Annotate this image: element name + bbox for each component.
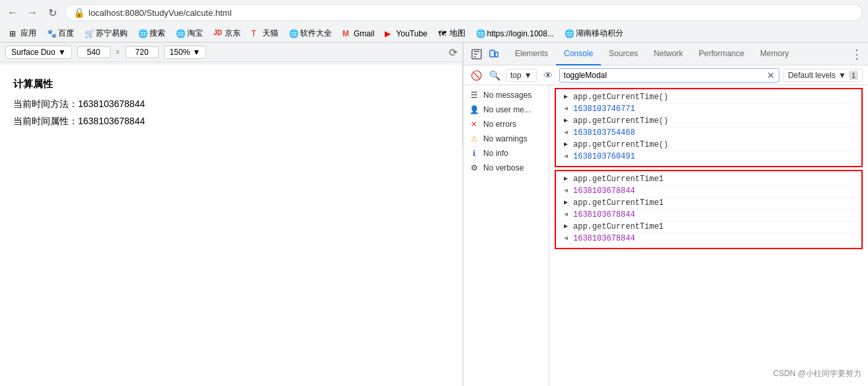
devtools-tab-bar: Elements Console Sources Network Perform… — [463, 43, 868, 65]
devtools-more-icon[interactable]: ⋮ — [851, 47, 863, 61]
bookmark-maps[interactable]: 🗺 地图 — [434, 26, 469, 40]
expand-arrow-icon[interactable]: ▶ — [564, 140, 573, 148]
filter-messages[interactable]: ☰ No messages — [463, 88, 549, 102]
collapse-arrow-icon[interactable]: ◀ — [564, 186, 573, 194]
baidu-icon: 🐾 — [47, 29, 56, 38]
apps-icon: ⊞ — [9, 29, 19, 38]
rotate-icon[interactable]: ⟳ — [449, 46, 457, 59]
filter-warnings[interactable]: ⚠ No warnings — [463, 132, 549, 146]
tab-performance[interactable]: Performance — [691, 43, 752, 65]
device-toggle-icon[interactable] — [486, 46, 502, 62]
tab-sources[interactable]: Sources — [601, 43, 646, 65]
log-entry[interactable]: ◀ 1638103754468 — [559, 128, 859, 139]
viewport-height[interactable] — [126, 46, 159, 58]
reload-button[interactable]: ↻ — [45, 5, 59, 20]
bookmark-1008[interactable]: 🌐 https://login.1008... — [472, 28, 558, 40]
bookmark-jd[interactable]: JD 京东 — [210, 26, 245, 40]
filter-verbose-label: No verbose — [483, 163, 524, 173]
attr-label: 当前时间属性： — [13, 116, 78, 126]
jd-icon: JD — [214, 29, 223, 38]
console-search-input[interactable] — [564, 71, 764, 80]
forward-button[interactable]: → — [25, 5, 40, 20]
console-filter-button[interactable]: 🔍 — [487, 68, 502, 83]
eye-icon-button[interactable]: 👁 — [541, 68, 555, 83]
tab-elements[interactable]: Elements — [507, 43, 556, 65]
filter-info[interactable]: ℹ No info — [463, 146, 549, 161]
collapse-arrow-icon[interactable]: ◀ — [564, 152, 573, 160]
bookmark-youtube[interactable]: ▶ YouTube — [381, 28, 431, 40]
expand-arrow-icon[interactable]: ▶ — [564, 116, 573, 124]
gmail-icon: M — [342, 29, 352, 38]
collapse-arrow-icon[interactable]: ◀ — [564, 210, 573, 218]
collapse-arrow-icon[interactable]: ◀ — [564, 104, 573, 112]
bookmark-taobao[interactable]: 🌐 淘宝 — [172, 26, 207, 40]
page-title: 计算属性 — [13, 78, 449, 91]
bookmark-tmall[interactable]: T 天猫 — [247, 26, 282, 40]
tmall-icon: T — [251, 29, 260, 38]
log-entry[interactable]: ◀ 1638103678844 — [559, 233, 859, 245]
log-entry[interactable]: ▶ app.getCurrentTime1 — [559, 198, 859, 210]
expand-arrow-icon[interactable]: ▶ — [564, 174, 573, 182]
log-value: 1638103754468 — [573, 128, 853, 137]
bookmark-apps[interactable]: ⊞ 应用 — [5, 26, 40, 40]
tab-console[interactable]: Console — [556, 43, 601, 65]
context-selector[interactable]: top ▼ — [506, 69, 537, 82]
filter-user[interactable]: 👤 No user me... — [463, 102, 549, 117]
filter-errors[interactable]: ✕ No errors — [463, 117, 549, 132]
red-box-1: ▶ app.getCurrentTime() ◀ 1638103746771 ▶… — [555, 88, 863, 167]
expand-arrow-icon[interactable]: ▶ — [564, 198, 573, 206]
bookmark-baidu[interactable]: 🐾 百度 — [43, 26, 78, 40]
log-entry[interactable]: ▶ app.getCurrentTime() — [559, 92, 859, 104]
bookmark-gmail[interactable]: M Gmail — [338, 28, 378, 40]
console-search-box[interactable]: ✕ — [559, 68, 779, 83]
log-entry[interactable]: ◀ 1638103760491 — [559, 151, 859, 163]
tab-memory[interactable]: Memory — [752, 43, 797, 65]
collapse-arrow-icon[interactable]: ◀ — [564, 234, 573, 242]
messages-icon: ☰ — [469, 90, 479, 100]
log-entry[interactable]: ▶ app.getCurrentTime1 — [559, 174, 859, 186]
log-entry[interactable]: ◀ 1638103678844 — [559, 186, 859, 198]
svg-rect-1 — [490, 50, 494, 57]
log-level-selector[interactable]: Default levels ▼ 1 — [783, 69, 863, 82]
log-entry[interactable]: ◀ 1638103746771 — [559, 104, 859, 116]
viewport-width[interactable] — [77, 46, 110, 58]
main-area: Surface Duo ▼ × 150% ▼ ⟳ 计算属性 当前时间方法：163… — [0, 43, 868, 386]
bookmark-search[interactable]: 🌐 搜索 — [134, 26, 169, 40]
address-bar[interactable]: 🔒 localhost:8080/StudyVue/calcute.html — [65, 4, 863, 21]
expand-arrow-icon[interactable]: ▶ — [564, 222, 573, 230]
log-entry[interactable]: ▶ app.getCurrentTime() — [559, 116, 859, 128]
tab-network[interactable]: Network — [646, 43, 691, 65]
log-entry[interactable]: ▶ app.getCurrentTime1 — [559, 221, 859, 233]
log-value: 1638103678844 — [573, 210, 853, 219]
log-entry[interactable]: ▶ app.getCurrentTime() — [559, 139, 859, 151]
watermark: CSDN @小柱同学要努力 — [773, 368, 861, 379]
console-clear-button[interactable]: 🚫 — [469, 68, 483, 83]
page-attr-line: 当前时间属性：1638103678844 — [13, 116, 449, 128]
bookmark-maps-label: 地图 — [450, 28, 465, 39]
bookmark-hunan[interactable]: 🌐 湖南移动积分 — [561, 26, 627, 40]
log-entry[interactable]: ◀ 1638103678844 — [559, 210, 859, 221]
back-button[interactable]: ← — [5, 5, 20, 20]
context-chevron-icon: ▼ — [524, 71, 532, 80]
filter-verbose[interactable]: ⚙ No verbose — [463, 161, 549, 175]
bookmark-tmall-label: 天猫 — [262, 28, 278, 39]
zoom-selector[interactable]: 150% ▼ — [164, 46, 207, 59]
expand-arrow-icon[interactable]: ▶ — [564, 93, 573, 100]
filter-sidebar: ☰ No messages 👤 No user me... ✕ No error… — [463, 85, 549, 386]
filter-errors-label: No errors — [483, 120, 516, 129]
error-icon: ✕ — [469, 119, 479, 130]
filter-messages-label: No messages — [483, 91, 532, 100]
bookmark-suning[interactable]: 🛒 苏宁易购 — [81, 26, 132, 40]
device-name: Surface Duo — [11, 48, 56, 57]
search-clear-icon[interactable]: ✕ — [767, 70, 775, 81]
url-text: localhost:8080/StudyVue/calcute.html — [89, 8, 854, 18]
device-selector[interactable]: Surface Duo ▼ — [5, 46, 72, 59]
bookmark-software-label: 软件大全 — [300, 28, 332, 39]
search-bm-icon: 🌐 — [138, 29, 147, 38]
inspect-icon[interactable] — [469, 46, 485, 62]
bookmark-gmail-label: Gmail — [354, 29, 374, 38]
viewport-x-separator: × — [116, 48, 120, 57]
bookmark-software[interactable]: 🌐 软件大全 — [285, 26, 336, 40]
log-level-text: Default levels — [788, 71, 836, 80]
collapse-arrow-icon[interactable]: ◀ — [564, 128, 573, 136]
